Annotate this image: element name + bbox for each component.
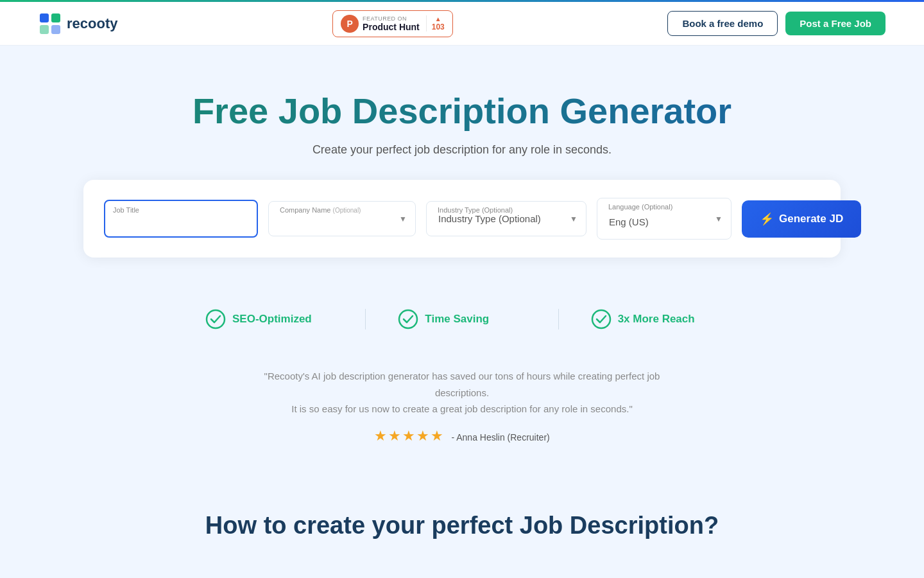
feature-seo-label: SEO-Optimized <box>232 313 312 326</box>
testimonial-section: "Recooty's AI job description generator … <box>0 355 924 473</box>
hero-title: Free Job Description Generator <box>26 91 898 132</box>
company-name-select[interactable] <box>268 201 416 236</box>
bottom-section: How to create your perfect Job Descripti… <box>0 473 924 552</box>
features-row: SEO-Optimized Time Saving 3x More Reach <box>173 309 751 329</box>
logo[interactable]: recooty <box>38 12 117 35</box>
ph-arrow: ▲ <box>435 15 441 22</box>
form-card: Job Title Company Name (Optional) ▼ Indu… <box>83 180 841 258</box>
testimonial-rating: ★★★★★ - Anna Heslin (Recruiter) <box>26 424 898 448</box>
seo-check-icon <box>205 309 226 329</box>
reviewer: - Anna Heslin (Recruiter) <box>451 432 549 442</box>
svg-point-5 <box>399 310 417 328</box>
ph-count-number: 103 <box>432 22 445 31</box>
company-name-field: Company Name (Optional) ▼ <box>268 201 416 236</box>
ph-title: Product Hunt <box>363 22 420 32</box>
feature-time-label: Time Saving <box>425 313 489 326</box>
navbar: recooty P FEATURED ON Product Hunt ▲ 103… <box>0 2 924 46</box>
book-demo-button[interactable]: Book a free demo <box>667 11 778 36</box>
product-hunt-badge[interactable]: P FEATURED ON Product Hunt ▲ 103 <box>332 10 453 37</box>
time-check-icon <box>398 309 418 329</box>
nav-buttons: Book a free demo Post a Free Job <box>667 11 886 36</box>
feature-reach: 3x More Reach <box>558 309 751 329</box>
product-hunt-icon: P <box>341 15 359 33</box>
language-select[interactable]: Eng (US) <box>597 198 732 240</box>
product-hunt-text: FEATURED ON Product Hunt <box>363 15 420 32</box>
feature-seo: SEO-Optimized <box>173 309 365 329</box>
feature-reach-label: 3x More Reach <box>618 313 695 326</box>
generate-label: Generate JD <box>779 213 843 225</box>
logo-text: recooty <box>67 15 117 32</box>
bottom-title: How to create your perfect Job Descripti… <box>26 512 898 539</box>
svg-point-6 <box>592 310 610 328</box>
svg-rect-2 <box>40 25 49 34</box>
hero-subtitle: Create your perfect job description for … <box>26 143 898 157</box>
svg-rect-0 <box>40 13 49 22</box>
svg-rect-3 <box>51 25 60 34</box>
language-field: Language (Optional) Eng (US) ▼ <box>597 198 732 240</box>
logo-icon <box>38 12 62 35</box>
ph-count: ▲ 103 <box>426 15 445 31</box>
svg-rect-1 <box>51 13 60 22</box>
job-title-field: Job Title <box>104 200 258 238</box>
generate-jd-button[interactable]: ⚡ Generate JD <box>742 200 861 238</box>
hero-section: Free Job Description Generator Create yo… <box>0 46 924 283</box>
post-job-button[interactable]: Post a Free Job <box>785 12 886 35</box>
reach-check-icon <box>591 309 612 329</box>
feature-time: Time Saving <box>365 309 558 329</box>
testimonial-quote: "Recooty's AI job description generator … <box>237 368 687 417</box>
ph-featured-label: FEATURED ON <box>363 15 420 22</box>
job-title-input[interactable] <box>104 200 258 238</box>
svg-point-4 <box>207 310 225 328</box>
bolt-icon: ⚡ <box>760 212 774 226</box>
stars: ★★★★★ <box>374 428 445 444</box>
industry-type-field: Industry Type (Optional) Industry Type (… <box>426 201 586 236</box>
industry-type-select[interactable]: Industry Type (Optional) <box>426 201 586 236</box>
